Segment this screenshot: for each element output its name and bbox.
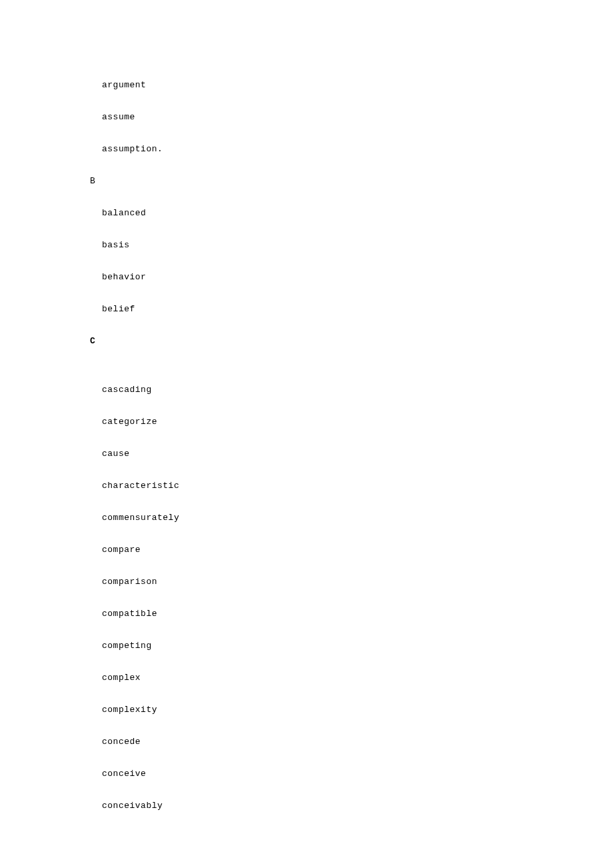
glossary-term: compare — [102, 545, 613, 555]
glossary-term: cause — [102, 449, 613, 459]
glossary-term: balanced — [102, 208, 613, 218]
glossary-term: comparison — [102, 577, 613, 587]
glossary-term: compatible — [102, 609, 613, 619]
glossary-term: argument — [102, 80, 613, 90]
glossary-term: complex — [102, 673, 613, 683]
section-header-b: B — [90, 176, 613, 186]
section-header-c: C — [90, 336, 613, 346]
glossary-term: behavior — [102, 272, 613, 282]
glossary-term: basis — [102, 240, 613, 250]
glossary-term: categorize — [102, 417, 613, 427]
glossary-term: cascading — [102, 385, 613, 395]
glossary-term: conceive — [102, 769, 613, 779]
glossary-term: competing — [102, 641, 613, 651]
glossary-term: assume — [102, 112, 613, 122]
glossary-term: assumption. — [102, 144, 613, 154]
glossary-term: commensurately — [102, 513, 613, 523]
glossary-term: belief — [102, 304, 613, 314]
glossary-term: characteristic — [102, 481, 613, 491]
glossary-term: conceivably — [102, 801, 613, 811]
glossary-term: concede — [102, 737, 613, 747]
glossary-term: complexity — [102, 705, 613, 715]
